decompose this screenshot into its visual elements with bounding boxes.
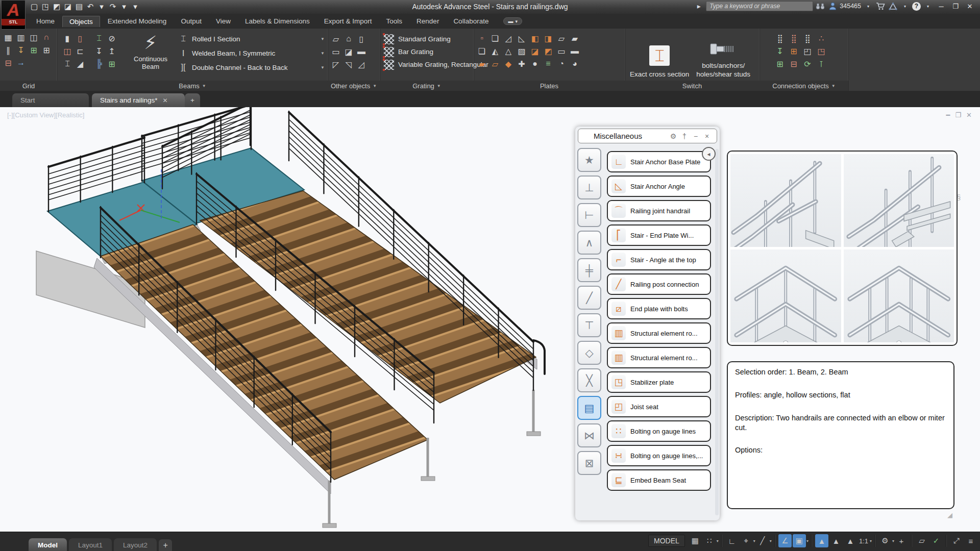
conn-corner1-icon[interactable]: ◰ (801, 45, 814, 57)
snap-mode-icon[interactable]: ∷ (703, 534, 716, 547)
search-expand-icon[interactable]: ▸ (694, 1, 704, 11)
bolt-circle-icon[interactable]: ∴ (815, 32, 827, 44)
drawing-viewport[interactable]: [-][Custom View][Realistic] ━ ❐ ✕ (0, 107, 980, 532)
plate-partial1-icon[interactable]: ◔ (555, 58, 568, 70)
frame-icon[interactable]: ◫ (61, 45, 74, 57)
tab-extended-modeling[interactable]: Extended Modeling (101, 16, 174, 27)
palette-collapse-icon[interactable]: ◂ (702, 147, 716, 161)
plate-partial2-icon[interactable]: ◕ (569, 58, 581, 70)
palette-item-stair-anchor-angle[interactable]: ◺ Stair Anchor Angle (607, 176, 711, 197)
plate-fold1-icon[interactable]: ◿ (502, 32, 514, 44)
plate-shear1-icon[interactable]: ▰ (476, 58, 488, 70)
plate-rect-icon[interactable]: ▫ (476, 32, 488, 44)
plate-thick-icon[interactable]: ▬ (569, 45, 581, 57)
plate-shear2-icon[interactable]: ▱ (489, 58, 501, 70)
ortho-mode-icon[interactable]: ∟ (725, 534, 739, 547)
polybeam-icon[interactable]: ▯ (74, 32, 86, 44)
customization-plus-icon[interactable]: + (895, 534, 908, 547)
selection-filter-icon[interactable]: ▱ (915, 534, 928, 547)
beam-vertical-icon[interactable]: ⌶ (93, 32, 105, 44)
preview-corner-elbow[interactable] (730, 249, 841, 342)
tab-render[interactable]: Render (410, 16, 446, 27)
conn-add-icon[interactable]: ⊞ (774, 58, 786, 70)
beam-lower-icon[interactable]: ↧ (93, 45, 105, 57)
palette-item-stair-end-plate[interactable]: ⎡ Stair - End Plate Wi... (607, 224, 711, 246)
palette-scrollbar[interactable] (715, 149, 719, 515)
grid-single-axis-icon[interactable]: ◫ (28, 31, 40, 43)
plate-object-icon[interactable]: ▱ (330, 33, 342, 45)
palette-item-stabilizer-plate[interactable]: ◳ Stabilizer plate (607, 371, 711, 393)
grid-create-icon[interactable]: ▦ (2, 31, 14, 43)
plate-big-icon[interactable]: ❏ (476, 45, 488, 57)
slab-icon[interactable]: ▬ (355, 45, 368, 58)
plate-grow-icon[interactable]: ◨ (542, 32, 554, 44)
model-space-label[interactable]: MODEL (648, 535, 685, 547)
grid-level-icon[interactable]: ↧ (15, 44, 27, 56)
bolt-field2-icon[interactable]: ⣿ (788, 32, 800, 44)
category-base-plates[interactable]: ⊥ (577, 176, 601, 199)
app-logo[interactable]: A STL (1, 0, 26, 30)
annotation-autoscale-icon[interactable]: ▲ (829, 534, 843, 547)
plate-trapezoid-icon[interactable]: ◭ (489, 45, 501, 57)
save-as-icon[interactable]: ◪ (62, 1, 74, 12)
bolts-anchors-button[interactable]: bolts/anchors/ holes/shear studs (696, 30, 750, 79)
search-input[interactable] (706, 1, 813, 11)
redo-arrow-icon[interactable]: ▾ (118, 1, 130, 12)
plate-corner1-icon[interactable]: ◪ (529, 45, 541, 57)
file-tab-new[interactable]: + (185, 93, 200, 107)
flat-plate-icon[interactable]: ▭ (330, 45, 342, 58)
palette-settings-gear-icon[interactable]: ⚙ (668, 132, 679, 140)
settings-gear-icon-dropdown[interactable]: ▾ (892, 539, 894, 543)
plate-poly-icon[interactable]: ❏ (489, 32, 501, 44)
palette-item-railing-joint-handrail[interactable]: ⌒ Railing joint handrail (607, 200, 711, 221)
palette-header[interactable]: Miscellaneous ⚙ † − × (578, 129, 717, 143)
layout-tab-layout2[interactable]: Layout2 (114, 538, 157, 551)
conn-bolt-update-icon[interactable]: ⊺ (815, 58, 827, 70)
redo-icon[interactable]: ↷ (107, 1, 118, 12)
tab-output[interactable]: Output (174, 16, 208, 27)
category-splices[interactable]: ╪ (577, 258, 601, 282)
conn-remove-icon[interactable]: ⊟ (788, 58, 800, 70)
polar-tracking-icon[interactable]: ⌖ (740, 534, 753, 547)
plate-stack-icon[interactable]: ≡ (542, 58, 554, 70)
tab-home[interactable]: Home (30, 16, 61, 27)
plate-shrink-icon[interactable]: ◧ (529, 32, 541, 44)
window-close-icon[interactable]: ✕ (964, 3, 976, 10)
layout-tab-new[interactable]: + (159, 539, 172, 551)
palette-item-bolting-gauge-lines-2[interactable]: ∺ Bolting on gauge lines,... (607, 445, 711, 466)
rolled-i-section-dropdown[interactable]: ⌶ Rolled I Section▼ (179, 32, 325, 46)
tab-objects[interactable]: Objects (62, 16, 100, 27)
category-moment-connections[interactable]: ⊢ (577, 203, 601, 227)
group-label-connection-objects[interactable]: Connection objects▼ (760, 81, 848, 91)
app-store-cart-icon[interactable] (875, 1, 886, 11)
object-snap-icon-dropdown[interactable]: ▾ (806, 539, 808, 543)
category-tee-connections[interactable]: ⊤ (577, 313, 601, 337)
category-favorites[interactable]: ★ (577, 148, 601, 172)
grid-trim-icon[interactable]: ⊟ (2, 57, 14, 69)
group-label-grating[interactable]: Grating▼ (380, 81, 474, 91)
undo-icon[interactable]: ↶ (85, 1, 96, 12)
preview-corner-miter[interactable] (844, 249, 954, 342)
palette-item-embed-beam-seat[interactable]: ⊑ Embed Beam Seat (607, 469, 711, 491)
bolt-field-icon[interactable]: ⣿ (774, 32, 786, 44)
window-minimize-icon[interactable]: ─ (935, 3, 947, 10)
tab-export-import[interactable]: Export & Import (317, 16, 379, 27)
beam-split-icon[interactable]: ╠ (93, 58, 105, 70)
plate-zigzag-icon[interactable]: ▨ (516, 45, 528, 57)
category-clash-check[interactable]: ⊠ (577, 451, 601, 475)
tab-collaborate[interactable]: Collaborate (447, 16, 495, 27)
exchange-apps-icon[interactable] (888, 1, 898, 11)
palette-item-joist-seat[interactable]: ◰ Joist seat (607, 396, 711, 417)
group-label-beams[interactable]: Beams▼ (57, 81, 328, 91)
qat-customize-icon[interactable]: ▾ (130, 1, 141, 12)
exact-cross-section-button[interactable]: ⌶ Exact cross section (630, 30, 689, 79)
grid-sequence-icon[interactable]: ∥ (2, 44, 14, 56)
beam-raise-icon[interactable]: ↥ (106, 45, 118, 57)
grid-extend-icon[interactable]: ⊞ (28, 44, 40, 56)
palette-close-icon[interactable]: × (701, 132, 713, 140)
preview-slope-plate[interactable] (844, 154, 954, 247)
wall-icon[interactable]: ▮ (61, 32, 74, 44)
annotation-scale-label-dropdown[interactable]: ▾ (870, 539, 872, 543)
ibeam-icon[interactable]: ⌶ (61, 58, 74, 70)
plate-add-icon[interactable]: ✚ (516, 58, 528, 70)
